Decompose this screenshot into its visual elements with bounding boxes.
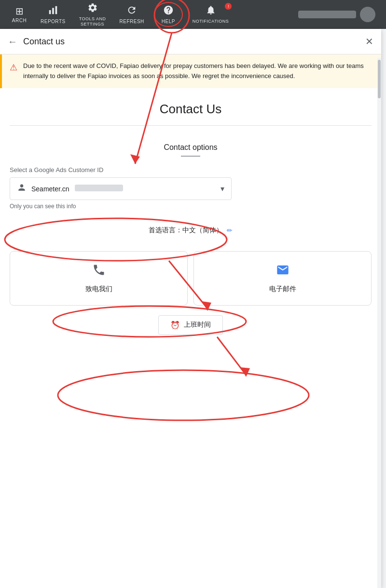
tools-label: TOOLS AND SETTINGS (79, 16, 106, 27)
close-button[interactable]: ✕ (365, 36, 373, 47)
scrollbar[interactable] (377, 58, 381, 588)
scroll-thumb[interactable] (378, 60, 381, 98)
account-person-icon (17, 183, 27, 195)
nav-item-reports[interactable]: REPORTS (34, 1, 72, 28)
arch-label: ARCH (12, 18, 27, 24)
svg-rect-0 (49, 10, 51, 14)
account-id-blurred (75, 185, 123, 191)
svg-rect-2 (55, 6, 57, 14)
nav-item-tools[interactable]: TOOLS AND SETTINGS (72, 0, 113, 30)
warning-icon: ⚠ (10, 62, 17, 81)
email-icon (276, 263, 290, 280)
sub-heading: Contact options (10, 135, 372, 154)
account-avatar (360, 7, 375, 22)
svg-rect-1 (52, 8, 54, 14)
notifications-label: NOTIFICATIONS (193, 19, 229, 24)
contact-options: 致电我们 电子邮件 (10, 251, 372, 306)
tools-icon (87, 2, 98, 15)
content-area: Contact Us Contact options Select a Goog… (0, 88, 381, 335)
top-navigation: ⊞ ARCH REPORTS TOOLS AND SETTINGS REFRES… (0, 0, 386, 29)
account-name-blurred (298, 11, 356, 18)
customer-id-select[interactable]: Seameter.cn ▾ (10, 177, 232, 200)
refresh-label: REFRESH (120, 19, 144, 25)
warning-banner: ⚠ Due to the recent wave of COVID, Fapia… (0, 54, 381, 88)
phone-label: 致电我们 (85, 285, 112, 294)
account-area (292, 7, 381, 22)
nav-item-help[interactable]: HELP (154, 2, 183, 27)
sub-divider (181, 156, 200, 157)
contact-panel: ← Contact us ✕ ⚠ Due to the recent wave … (0, 29, 381, 588)
notification-badge: ! (225, 3, 232, 10)
hours-label: 上班时间 (184, 321, 211, 329)
notifications-icon (206, 5, 216, 18)
back-button[interactable]: ← (8, 36, 17, 47)
reports-icon (48, 5, 58, 18)
nav-item-arch[interactable]: ⊞ ARCH (5, 1, 34, 27)
refresh-icon (126, 5, 137, 18)
dropdown-arrow-icon: ▾ (221, 184, 224, 193)
help-label: HELP (162, 19, 175, 25)
contact-card-email[interactable]: 电子邮件 (193, 251, 372, 306)
account-name-text: Seameter.cn (31, 185, 216, 193)
reports-label: REPORTS (41, 19, 66, 25)
help-icon (163, 5, 174, 18)
email-label: 电子邮件 (269, 285, 296, 294)
select-label: Select a Google Ads Customer ID (10, 166, 372, 174)
warning-text: Due to the recent wave of COVID, Fapiao … (23, 61, 373, 81)
nav-item-refresh[interactable]: REFRESH (113, 1, 151, 28)
phone-icon (92, 263, 106, 280)
arch-icon: ⊞ (15, 5, 24, 17)
language-label: 首选语言：中文（简体） (149, 226, 223, 235)
panel-title: Contact us (23, 37, 365, 47)
language-preference[interactable]: 首选语言：中文（简体） ✏ (10, 219, 372, 241)
main-heading: Contact Us (10, 88, 372, 125)
hours-button[interactable]: ⏰ 上班时间 (158, 315, 223, 335)
panel-header: ← Contact us ✕ (0, 29, 381, 54)
edit-icon[interactable]: ✏ (227, 227, 233, 234)
contact-card-phone[interactable]: 致电我们 (10, 251, 188, 306)
only-you-text: Only you can see this info (10, 203, 372, 210)
main-divider (10, 125, 372, 126)
nav-item-notifications[interactable]: ! NOTIFICATIONS (186, 1, 235, 28)
clock-icon: ⏰ (170, 321, 180, 330)
